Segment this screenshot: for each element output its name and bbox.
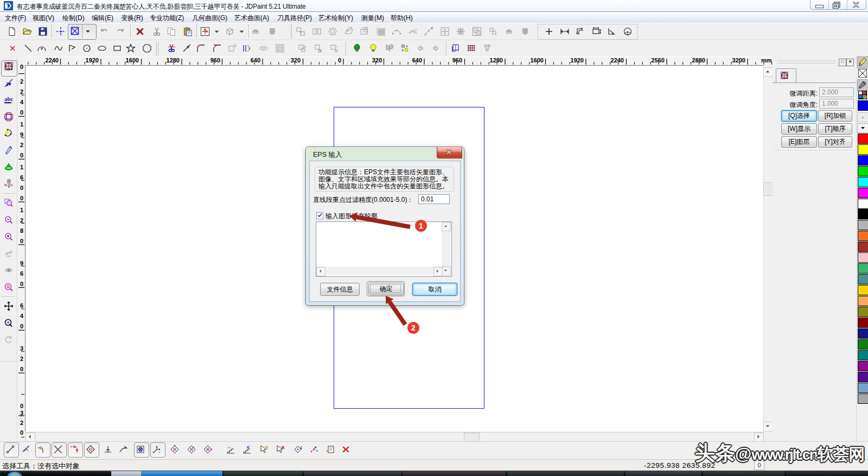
svg-text:N: N	[4, 183, 7, 187]
svg-text:x: x	[159, 450, 161, 454]
svg-text:abc: abc	[4, 96, 14, 102]
svg-text:C: C	[11, 183, 14, 187]
